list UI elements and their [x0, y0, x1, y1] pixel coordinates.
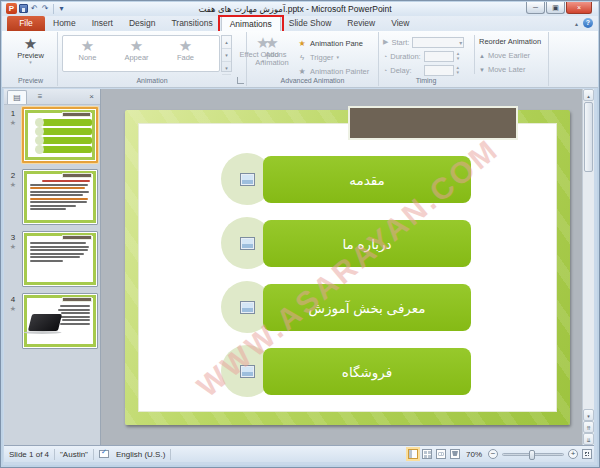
outline-tab[interactable]: ≡	[30, 90, 50, 104]
delay-spinbox[interactable]	[424, 65, 454, 76]
fit-to-window-icon[interactable]	[582, 449, 592, 459]
animation-indicator-icon[interactable]: ★	[6, 305, 20, 313]
ribbon-right-controls: ▴ ?	[575, 18, 593, 28]
tab-transitions[interactable]: Transitions	[163, 16, 220, 31]
tab-review[interactable]: Review	[339, 16, 383, 31]
zoom-level[interactable]: 70%	[464, 450, 484, 459]
spin-down-icon[interactable]: ▾	[457, 56, 460, 61]
animation-indicator-icon[interactable]: ★	[6, 243, 20, 251]
help-icon[interactable]: ?	[583, 18, 593, 28]
duration-spinbox[interactable]	[424, 51, 454, 62]
window-title: آموزش مهارت های هفت.pptx - Microsoft Pow…	[2, 4, 598, 14]
add-animation-button[interactable]: ★ Add Animation	[249, 35, 295, 67]
animation-indicator-icon[interactable]: ★	[6, 181, 20, 189]
scrollbar-thumb[interactable]	[584, 102, 593, 172]
close-pane-icon[interactable]: ×	[86, 90, 97, 104]
spell-check-icon[interactable]	[99, 450, 109, 458]
language-indicator[interactable]: English (U.S.)	[111, 450, 170, 459]
tab-design[interactable]: Design	[121, 16, 163, 31]
minimize-ribbon-icon[interactable]: ▴	[575, 20, 578, 27]
status-right-controls: 70% − +	[408, 449, 594, 459]
theme-name[interactable]: "Austin"	[55, 450, 93, 459]
slide-thumbnail-1[interactable]: 1 ★	[4, 107, 101, 165]
title-bar: P ↶ ↷ ▾ آموزش مهارت های هفت.pptx - Micro…	[2, 2, 598, 16]
quick-access-toolbar: P ↶ ↷ ▾	[6, 3, 64, 14]
qat-customize-icon[interactable]: ▾	[58, 3, 64, 14]
trigger-label: Trigger	[310, 53, 333, 62]
group-label-preview: Preview	[4, 77, 57, 84]
slide-thumbnail-2[interactable]: 2 ★	[4, 169, 101, 227]
reorder-animation-title: Reorder Animation	[479, 36, 547, 50]
delay-spinner-icons[interactable]: ▴▾	[457, 65, 460, 75]
zoom-slider-thumb[interactable]	[529, 450, 535, 460]
animation-pane-button[interactable]: ★ Animation Pane	[297, 36, 369, 50]
thumbnail-slide-frame	[25, 110, 95, 160]
slide-menu-button-4[interactable]: فروشگاه	[263, 348, 471, 395]
reading-view-button[interactable]	[436, 449, 446, 459]
slide-sorter-view-button[interactable]	[422, 449, 432, 459]
animation-fade[interactable]: ★ Fade	[161, 36, 210, 71]
tab-view[interactable]: View	[383, 16, 417, 31]
image-placeholder-icon[interactable]	[240, 301, 255, 314]
restore-button[interactable]: ▣	[546, 2, 565, 14]
gallery-more-icon[interactable]: ▾	[222, 62, 231, 75]
animation-none[interactable]: ★ None	[63, 36, 112, 71]
thumbnail-preview[interactable]	[22, 107, 98, 163]
zoom-out-icon[interactable]: −	[488, 449, 498, 459]
scroll-down-icon[interactable]: ▾	[583, 409, 594, 421]
slide-thumbnail-4[interactable]: 4 ★	[4, 293, 101, 351]
animation-painter-button[interactable]: ★ Animation Painter	[297, 64, 369, 78]
group-animation: ★ None ★ Appear ★ Fade ▴ ▾ ▾ ★ Effect	[58, 32, 247, 86]
zoom-slider[interactable]	[502, 453, 564, 456]
thumbnail-title-bar	[62, 235, 92, 240]
move-earlier-button[interactable]: ▲ Move Earlier	[479, 50, 547, 64]
down-triangle-icon: ▼	[479, 64, 485, 78]
move-later-label: Move Later	[488, 64, 526, 78]
thumbnail-preview[interactable]	[22, 293, 98, 349]
tab-animations[interactable]: Animations	[221, 16, 281, 31]
animation-indicator-icon[interactable]: ★	[6, 119, 20, 127]
thumbnail-preview[interactable]	[22, 231, 98, 287]
move-earlier-label: Move Earlier	[488, 50, 530, 64]
slide-show-button[interactable]	[450, 449, 460, 459]
animation-pane-icon: ★	[297, 39, 307, 48]
start-row: ▶ Start:	[383, 36, 464, 48]
save-icon[interactable]	[19, 4, 28, 13]
none-star-icon: ★	[81, 38, 94, 54]
tab-insert[interactable]: Insert	[84, 16, 121, 31]
title-placeholder[interactable]	[348, 106, 518, 140]
image-placeholder-icon[interactable]	[240, 173, 255, 186]
slide-canvas[interactable]: مقدمه درباره ما معرفی بخش آموزش فروشگاه …	[125, 110, 570, 425]
dialog-launcher-icon[interactable]	[237, 77, 244, 84]
powerpoint-app-icon[interactable]: P	[6, 3, 17, 14]
start-combobox[interactable]	[412, 37, 464, 48]
move-later-button[interactable]: ▼ Move Later	[479, 64, 547, 78]
minimize-button[interactable]: ─	[526, 2, 545, 14]
close-button[interactable]: ×	[566, 2, 592, 14]
spin-down-icon[interactable]: ▾	[457, 70, 460, 75]
redo-icon[interactable]: ↷	[41, 3, 50, 14]
slide-number: 4	[6, 295, 20, 304]
animation-appear[interactable]: ★ Appear	[112, 36, 161, 71]
zoom-in-icon[interactable]: +	[568, 449, 578, 459]
duration-spinner-icons[interactable]: ▴▾	[457, 51, 460, 61]
tab-file[interactable]: File	[7, 16, 45, 31]
slide-thumbnail-3[interactable]: 3 ★	[4, 231, 101, 289]
preview-button[interactable]: ★ Preview ▾	[4, 36, 57, 65]
undo-icon[interactable]: ↶	[30, 3, 39, 14]
vertical-scrollbar[interactable]: ▴ ▾ ⇈ ⇊	[582, 89, 594, 445]
tab-home[interactable]: Home	[45, 16, 84, 31]
trigger-button[interactable]: ϟ Trigger ▾	[297, 50, 369, 64]
scroll-up-icon[interactable]: ▴	[583, 89, 594, 101]
slides-tab[interactable]: ▤	[7, 90, 27, 104]
previous-slide-icon[interactable]: ⇈	[583, 421, 594, 433]
tab-slide-show[interactable]: Slide Show	[281, 16, 340, 31]
image-placeholder-icon[interactable]	[240, 237, 255, 250]
reorder-animation-section: Reorder Animation ▲ Move Earlier ▼ Move …	[479, 36, 547, 78]
thumbnail-preview[interactable]	[22, 169, 98, 225]
next-slide-icon[interactable]: ⇊	[583, 433, 594, 445]
gallery-scroll-down-icon[interactable]: ▾	[222, 49, 231, 62]
normal-view-button[interactable]	[408, 449, 418, 459]
gallery-scroll-up-icon[interactable]: ▴	[222, 36, 231, 49]
thumbnail-title-bar	[62, 173, 92, 178]
